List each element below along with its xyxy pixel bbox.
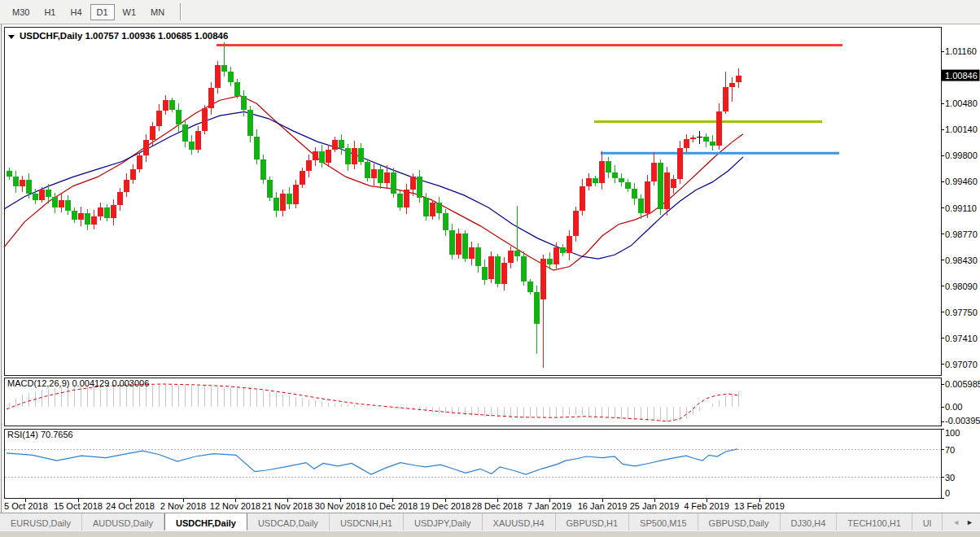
chart-tab-usdcnh-h1[interactable]: USDCNH,H1 [330, 513, 404, 530]
rsi-axis-label: 30 [945, 473, 955, 482]
candle-body [293, 185, 299, 205]
chart-canvas[interactable]: 1.011601.004801.001400.998000.994600.991… [0, 24, 980, 513]
candle-body [182, 124, 188, 142]
candle-body [65, 200, 71, 211]
candle-body [371, 169, 377, 178]
candle-body [651, 163, 657, 182]
candle-body [553, 247, 559, 264]
date-label: 21 Nov 2018 [262, 501, 313, 511]
candle-body [20, 180, 25, 186]
toolbar-separator [180, 3, 182, 20]
candle-body [495, 256, 501, 284]
macd-axis-label: 0.005985 [945, 379, 980, 389]
candle-body [33, 194, 38, 200]
tab-scroll-arrows: ◄► [946, 513, 980, 530]
chart-tab-usdcad-daily[interactable]: USDCAD,Daily [247, 513, 330, 530]
chart-tab-audusd-daily[interactable]: AUDUSD,Daily [82, 513, 164, 530]
candle-body [384, 172, 390, 183]
candle-body [46, 190, 51, 197]
price-tick-label: 0.99460 [945, 177, 978, 186]
candle-body [124, 180, 129, 192]
candle-body [664, 172, 670, 209]
date-label: 25 Jan 2019 [630, 501, 680, 511]
chart-tab-gbpusd-daily[interactable]: GBPUSD,Daily [698, 513, 781, 530]
candle-body [59, 200, 64, 207]
candle-body [228, 72, 234, 82]
date-label: 13 Feb 2019 [734, 501, 785, 511]
chart-tab-ul[interactable]: Ul [912, 513, 943, 530]
chart-tab-usdchf-daily[interactable]: USDCHF,Daily [164, 513, 247, 530]
price-tick-label: 0.98090 [945, 282, 978, 291]
candle-body [221, 65, 227, 72]
candle-body [352, 148, 357, 165]
candle-body [423, 198, 429, 216]
candle-body [13, 177, 19, 186]
candle-body [78, 213, 84, 220]
candle-body [267, 180, 273, 198]
timeframe-button-h4[interactable]: H4 [63, 4, 88, 20]
chart-tab-tech100-h1[interactable]: TECH100,H1 [837, 513, 912, 530]
macd-axis-label: 0.00 [945, 402, 962, 412]
candle-body [72, 211, 77, 220]
chart-tab-xauusd-h4[interactable]: XAUUSD,H4 [483, 513, 556, 530]
timeframe-button-m30[interactable]: M30 [6, 4, 36, 20]
price-tick-label: 1.00140 [945, 124, 978, 134]
candle-body [462, 234, 468, 259]
date-label: 24 Oct 2018 [106, 501, 155, 511]
candle-body [378, 169, 383, 183]
macd-axis-label: -0.003954 [945, 416, 980, 426]
date-label: 10 Dec 2018 [367, 501, 418, 511]
candle-body [306, 160, 312, 171]
candle-body [7, 171, 12, 177]
date-label: 30 Nov 2018 [315, 501, 365, 511]
candle-body [365, 162, 370, 179]
chart-tab-dj30-h4[interactable]: DJ30,H4 [781, 513, 838, 530]
window-bottom-strip [0, 530, 980, 537]
candle-body [195, 131, 201, 150]
chart-title: USDCHF,Daily 1.00757 1.00936 1.00685 1.0… [20, 31, 228, 41]
candle-body [234, 82, 240, 96]
chart-tab-eurusd-daily[interactable]: EURUSD,Daily [0, 513, 82, 530]
candle-body [469, 247, 475, 259]
chart-tab-usdjpy-daily[interactable]: USDJPY,Daily [404, 513, 483, 530]
candle-body [716, 111, 722, 145]
candle-body [449, 230, 455, 255]
candle-body [632, 189, 637, 198]
candle-body [540, 259, 546, 299]
candle-body [391, 172, 396, 194]
candle-body [671, 179, 676, 187]
price-tick-label: 1.00480 [945, 98, 978, 108]
tab-scroll-left-icon[interactable]: ◄ [952, 518, 960, 526]
candle-body [593, 178, 598, 183]
candle-body [273, 198, 279, 211]
chart-tab-sp500-m15[interactable]: SP500,M15 [629, 513, 698, 530]
date-label: 16 Jan 2019 [578, 501, 628, 511]
timeframe-button-mn[interactable]: MN [144, 4, 171, 20]
mt4-window: M30H1H4D1W1MN 1.011601.004801.001400.998… [0, 0, 980, 537]
macd-label: MACD(12,26,9) 0.004129 0.003006 [7, 378, 149, 388]
chart-tab-gbpusd-h1[interactable]: GBPUSD,H1 [556, 513, 630, 530]
candle-body [417, 177, 422, 197]
candle-body [567, 236, 572, 254]
date-label: 28 Dec 2018 [472, 501, 523, 511]
candle-body [326, 150, 331, 164]
candle-body [247, 110, 253, 137]
candle-body [527, 282, 533, 291]
timeframe-button-h1[interactable]: H1 [37, 4, 62, 20]
rsi-axis-label: 70 [945, 445, 955, 455]
tab-scroll-right-icon[interactable]: ► [966, 518, 973, 526]
timeframe-button-d1[interactable]: D1 [90, 4, 115, 20]
date-label: 5 Oct 2018 [4, 501, 48, 511]
rsi-axis-label: 0 [945, 488, 950, 498]
date-label: 15 Oct 2018 [54, 501, 103, 511]
candle-body [599, 161, 605, 183]
timeframe-button-w1[interactable]: W1 [116, 4, 143, 20]
candle-body [521, 256, 527, 282]
candle-body [658, 163, 663, 209]
candle-body [111, 205, 116, 218]
candle-body [202, 108, 208, 131]
candle-body [404, 190, 409, 207]
price-tick-label: 0.97070 [945, 360, 978, 369]
candle-body [98, 207, 103, 216]
candle-body [117, 192, 123, 205]
